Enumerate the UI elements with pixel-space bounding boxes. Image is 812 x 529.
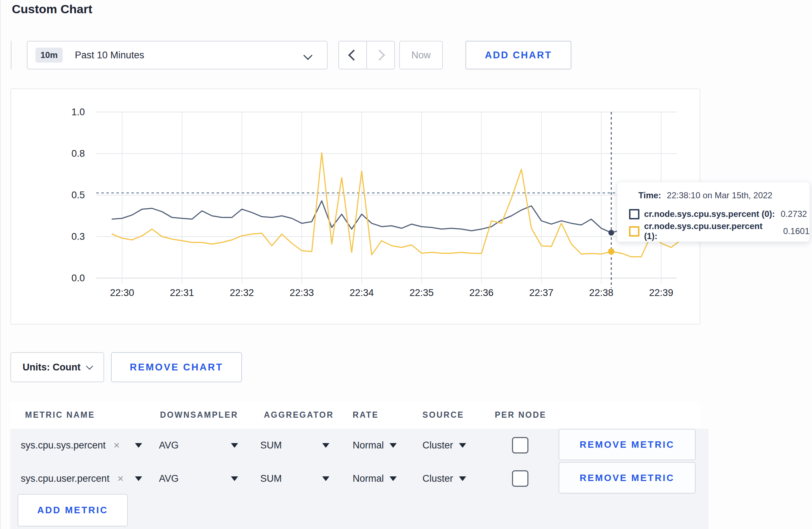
metrics-table-body: sys.cpu.sys.percent × AVG SUM Normal Clu… (10, 429, 709, 529)
svg-text:0.5: 0.5 (71, 190, 85, 200)
user-series-swatch (629, 226, 639, 237)
caret-down-icon (231, 476, 238, 481)
downsampler-select[interactable]: AVG (159, 429, 179, 462)
per-node-cell (512, 462, 528, 495)
col-source: SOURCE (422, 410, 464, 420)
source-select[interactable]: Cluster (422, 462, 466, 495)
metric-name-select[interactable]: sys.cpu.user.percent × (21, 462, 124, 495)
per-node-cell (512, 429, 528, 462)
svg-text:22:38: 22:38 (589, 287, 614, 298)
units-label: Units: Count (23, 362, 81, 373)
now-button[interactable]: Now (399, 41, 443, 69)
window-edge (0, 0, 1, 529)
rate-select[interactable]: Normal (353, 462, 397, 495)
col-per-node: PER NODE (495, 410, 546, 420)
downsampler-caret[interactable] (231, 462, 238, 495)
metric-name-caret[interactable] (135, 429, 142, 462)
chevron-left-icon (348, 49, 359, 60)
downsampler-caret[interactable] (231, 429, 238, 462)
svg-text:22:32: 22:32 (230, 287, 254, 298)
tooltip-sys-value: 0.2732 (780, 209, 807, 219)
caret-down-icon (322, 443, 329, 448)
next-time-button[interactable] (367, 42, 394, 69)
svg-text:22:37: 22:37 (529, 287, 554, 298)
metric-row-sys: sys.cpu.sys.percent × AVG SUM Normal Clu… (10, 429, 709, 462)
metric-row-user: sys.cpu.user.percent × AVG SUM Normal Cl… (10, 462, 709, 495)
caret-down-icon (459, 443, 466, 448)
time-range-select[interactable]: 10m Past 10 Minutes (27, 41, 328, 69)
toolbar-divider (11, 41, 11, 69)
time-range-label: Past 10 Minutes (75, 50, 144, 61)
user-hover-dot (608, 248, 614, 255)
caret-down-icon (459, 476, 466, 481)
caret-down-icon (135, 443, 142, 448)
caret-down-icon (390, 443, 397, 448)
tooltip-time-value: 22:38:10 on Mar 15th, 2022 (667, 190, 773, 200)
metric-name-caret[interactable] (135, 462, 142, 495)
tooltip-sys-label: cr.node.sys.cpu.sys.percent (0): (644, 209, 775, 219)
chart-tooltip: Time: 22:38:10 on Mar 15th, 2022 cr.node… (617, 182, 810, 242)
caret-down-icon (231, 443, 238, 448)
add-metric-button[interactable]: ADD METRIC (18, 494, 128, 526)
sys-hover-dot (608, 230, 614, 236)
svg-text:22:30: 22:30 (110, 287, 134, 298)
user-series-line (112, 153, 681, 257)
per-node-checkbox[interactable] (512, 437, 528, 453)
time-range-badge: 10m (35, 48, 63, 63)
sys-series-line (112, 201, 681, 233)
svg-text:22:39: 22:39 (649, 287, 673, 298)
svg-text:22:35: 22:35 (410, 287, 434, 298)
col-downsampler: DOWNSAMPLER (160, 410, 238, 420)
caret-down-icon (322, 476, 329, 481)
aggregator-select[interactable]: SUM (260, 429, 282, 462)
units-select[interactable]: Units: Count (10, 352, 104, 382)
chart-card: 0.00.30.50.81.022:3022:3122:3222:3322:34… (10, 88, 700, 325)
aggregator-caret[interactable] (322, 429, 329, 462)
tooltip-user-label: cr.node.sys.cpu.user.percent (1): (644, 221, 778, 241)
svg-text:0.8: 0.8 (71, 148, 85, 159)
close-icon[interactable]: × (113, 439, 120, 451)
svg-text:0.3: 0.3 (71, 231, 85, 242)
svg-text:22:31: 22:31 (170, 287, 194, 298)
close-icon[interactable]: × (117, 472, 124, 485)
cpu-usage-chart[interactable]: 0.00.30.50.81.022:3022:3122:3222:3322:34… (11, 89, 700, 324)
time-nav-group (338, 41, 395, 69)
grid-lines: 0.00.30.50.81.022:3022:3122:3222:3322:34… (71, 107, 677, 298)
metrics-table-header: METRIC NAME DOWNSAMPLER AGGREGATOR RATE … (10, 402, 700, 429)
caret-down-icon (390, 476, 397, 481)
prev-time-button[interactable] (339, 42, 367, 69)
aggregator-select[interactable]: SUM (260, 462, 282, 495)
caret-down-icon (135, 476, 142, 481)
sys-series-swatch (629, 209, 639, 219)
page-title: Custom Chart (12, 2, 92, 16)
remove-metric-button[interactable]: REMOVE METRIC (559, 429, 696, 460)
col-aggregator: AGGREGATOR (264, 410, 334, 420)
downsampler-select[interactable]: AVG (159, 462, 179, 495)
aggregator-caret[interactable] (322, 462, 329, 495)
per-node-checkbox[interactable] (512, 470, 528, 487)
svg-text:22:36: 22:36 (469, 287, 494, 298)
add-chart-button[interactable]: ADD CHART (465, 41, 571, 69)
chevron-down-icon (86, 363, 93, 370)
tooltip-user-value: 0.1601 (783, 226, 809, 236)
svg-text:22:34: 22:34 (349, 287, 374, 298)
svg-text:22:33: 22:33 (290, 287, 314, 298)
tooltip-time-label: Time: (638, 190, 661, 200)
source-select[interactable]: Cluster (422, 429, 466, 462)
rate-select[interactable]: Normal (353, 429, 397, 462)
col-metric-name: METRIC NAME (25, 410, 95, 420)
svg-text:1.0: 1.0 (71, 107, 85, 117)
chevron-right-icon (374, 49, 385, 60)
remove-metric-button[interactable]: REMOVE METRIC (559, 462, 696, 494)
svg-text:0.0: 0.0 (71, 273, 85, 283)
chevron-down-icon (303, 51, 312, 60)
remove-chart-button[interactable]: REMOVE CHART (111, 352, 242, 382)
metric-name-select[interactable]: sys.cpu.sys.percent × (21, 429, 120, 462)
col-rate: RATE (353, 410, 379, 420)
custom-chart-page: Custom Chart 10m Past 10 Minutes Now ADD… (0, 0, 812, 529)
